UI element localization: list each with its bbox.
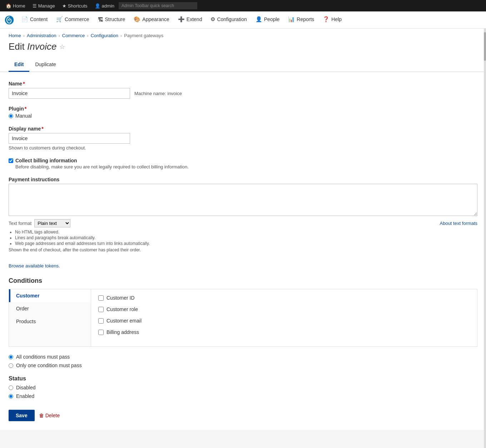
breadcrumb-sep-4: › <box>120 33 122 38</box>
condition-customer-email-checkbox[interactable] <box>98 318 104 324</box>
bookmark-icon[interactable]: ☆ <box>59 43 65 51</box>
reports-icon: 📊 <box>288 16 295 23</box>
display-name-field-group: Display name* Shown to customers during … <box>9 126 477 151</box>
breadcrumb: Home › Administration › Commerce › Confi… <box>0 29 486 38</box>
nav-appearance[interactable]: 🎨 Appearance <box>129 11 174 28</box>
conditions-title: Conditions <box>9 277 477 285</box>
scrollbar-rail[interactable] <box>484 29 486 430</box>
display-name-label: Display name* <box>9 126 477 132</box>
nav-bar: 📄 Content 🛒 Commerce 🏗 Structure 🎨 Appea… <box>0 11 486 29</box>
scrollbar-thumb[interactable] <box>484 32 486 61</box>
admin-toolbar-search[interactable] <box>119 2 197 9</box>
nav-configuration[interactable]: ⚙ Configuration <box>206 11 251 28</box>
breadcrumb-sep-2: › <box>58 33 60 38</box>
display-name-input[interactable] <box>9 133 130 144</box>
nav-extend[interactable]: ➕ Extend <box>174 11 207 28</box>
admin-bar-shortcuts[interactable]: ★ Shortcuts <box>59 0 90 11</box>
condition-customer-id: Customer ID <box>98 295 470 301</box>
status-enabled-radio[interactable] <box>9 394 13 399</box>
breadcrumb-current: Payment gateways <box>124 33 163 38</box>
status-disabled-radio[interactable] <box>9 385 13 390</box>
breadcrumb-commerce[interactable]: Commerce <box>62 33 85 38</box>
plugin-radio-group: Manual <box>9 113 477 119</box>
conditions-section: Conditions Customer Order Products Custo… <box>9 277 477 347</box>
conditions-sidebar-products[interactable]: Products <box>9 315 91 328</box>
conditions-sidebar-customer[interactable]: Customer <box>9 289 91 302</box>
display-name-required: * <box>41 126 43 132</box>
plugin-manual-radio[interactable] <box>9 114 13 118</box>
name-row: Machine name: invoice <box>9 88 477 99</box>
status-title: Status <box>9 375 477 382</box>
nav-structure[interactable]: 🏗 Structure <box>94 11 130 28</box>
appearance-icon: 🎨 <box>134 16 140 23</box>
star-nav-icon: ★ <box>62 3 66 9</box>
condition-billing-address-label[interactable]: Billing address <box>106 329 139 335</box>
condition-logic-section: All conditions must pass Only one condit… <box>9 354 477 368</box>
one-condition-label[interactable]: Only one condition must pass <box>16 363 82 368</box>
nav-commerce[interactable]: 🛒 Commerce <box>52 11 93 28</box>
collect-billing-label[interactable]: Collect billing information <box>15 158 77 163</box>
home-icon: 🏠 <box>6 3 11 9</box>
one-condition-radio[interactable] <box>9 363 13 368</box>
nav-content[interactable]: 📄 Content <box>17 11 52 28</box>
plugin-manual-label[interactable]: Manual <box>15 113 32 119</box>
condition-customer-role-label[interactable]: Customer role <box>106 306 138 312</box>
conditions-layout: Customer Order Products Customer ID Cust… <box>9 289 477 347</box>
delete-icon: 🗑 <box>39 413 44 418</box>
tab-edit[interactable]: Edit <box>9 58 29 72</box>
extend-icon: ➕ <box>178 16 185 23</box>
status-section: Status Disabled Enabled <box>9 375 477 399</box>
nav-people[interactable]: 👤 People <box>251 11 284 28</box>
conditions-content: Customer ID Customer role Customer email… <box>91 289 477 346</box>
all-conditions-label[interactable]: All conditions must pass <box>16 354 70 360</box>
site-logo[interactable] <box>3 14 16 26</box>
about-text-formats-link[interactable]: About text formats <box>440 221 478 226</box>
collect-billing-checkbox[interactable] <box>9 158 13 163</box>
text-format-label: Text format <box>9 221 31 226</box>
save-button[interactable]: Save <box>9 410 35 421</box>
delete-label: Delete <box>45 413 60 418</box>
nav-reports[interactable]: 📊 Reports <box>284 11 318 28</box>
condition-customer-id-checkbox[interactable] <box>98 295 104 301</box>
configuration-icon: ⚙ <box>210 16 215 23</box>
page-title-area: Edit Invoice ☆ <box>0 38 486 58</box>
condition-customer-role-checkbox[interactable] <box>98 307 104 312</box>
collect-billing-desc: Before disabling, make sure you are not … <box>15 164 189 169</box>
status-enabled-label[interactable]: Enabled <box>16 393 34 399</box>
breadcrumb-configuration[interactable]: Configuration <box>91 33 118 38</box>
condition-customer-id-label[interactable]: Customer ID <box>106 295 135 301</box>
one-condition-row: Only one condition must pass <box>9 363 477 368</box>
condition-billing-address: Billing address <box>98 329 470 335</box>
collect-billing-checkbox-group: Collect billing information Before disab… <box>9 158 477 169</box>
status-disabled-label[interactable]: Disabled <box>16 385 35 390</box>
tab-duplicate[interactable]: Duplicate <box>29 58 61 72</box>
admin-bar-user[interactable]: 👤 admin <box>92 0 117 11</box>
condition-customer-role: Customer role <box>98 306 470 312</box>
nav-help[interactable]: ❓ Help <box>318 11 346 28</box>
browse-tokens-link[interactable]: Browse available tokens. <box>9 263 60 269</box>
format-hint-2: Lines and paragraphs break automatically… <box>15 235 477 240</box>
help-icon: ❓ <box>323 16 329 23</box>
tabs: Edit Duplicate <box>0 58 486 72</box>
plugin-label: Plugin* <box>9 106 477 112</box>
all-conditions-row: All conditions must pass <box>9 354 477 360</box>
breadcrumb-home[interactable]: Home <box>9 33 21 38</box>
conditions-sidebar-order[interactable]: Order <box>9 302 91 315</box>
text-format-select[interactable]: Plain text Basic HTML Full HTML <box>34 219 70 227</box>
breadcrumb-admin[interactable]: Administration <box>27 33 56 38</box>
delete-button[interactable]: 🗑 Delete <box>39 413 60 418</box>
all-conditions-radio[interactable] <box>9 355 13 359</box>
format-hint-3: Web page addresses and email addresses t… <box>15 241 477 246</box>
manage-icon: ☰ <box>33 3 37 9</box>
payment-instructions-textarea[interactable] <box>9 184 477 216</box>
name-input[interactable] <box>9 88 130 99</box>
condition-customer-email-label[interactable]: Customer email <box>106 318 142 324</box>
condition-billing-address-checkbox[interactable] <box>98 330 104 335</box>
payment-instructions-field-group: Payment instructions Text format Plain t… <box>9 177 477 252</box>
page-title: Edit Invoice <box>9 41 56 52</box>
name-required: * <box>23 81 25 87</box>
admin-bar-manage[interactable]: ☰ Manage <box>30 0 58 11</box>
admin-bar-home[interactable]: 🏠 Home <box>3 0 28 11</box>
name-field-group: Name* Machine name: invoice <box>9 81 477 99</box>
machine-name-display: Machine name: invoice <box>134 91 182 96</box>
